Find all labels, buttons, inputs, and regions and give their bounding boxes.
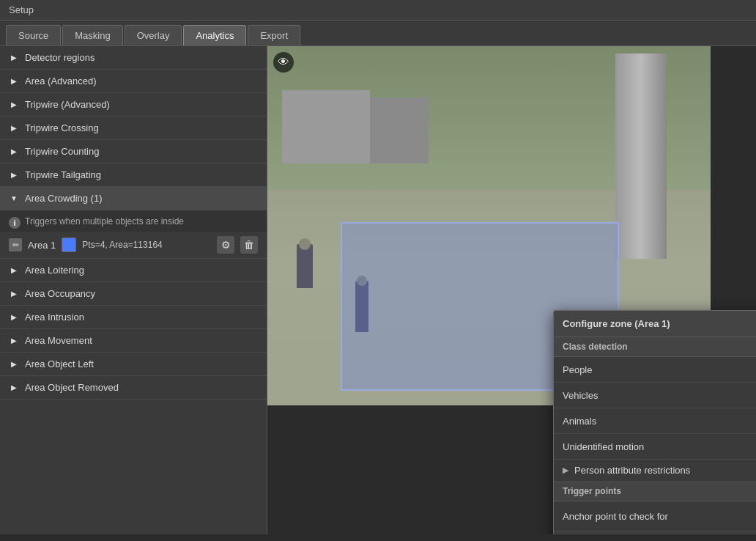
zone-row: ✏ Area 1 Pts=4, Area=113164 ⚙ 🗑 (0, 232, 267, 258)
menu-label-area-advanced: Area (Advanced) (25, 76, 97, 87)
menu-item-area-intrusion[interactable]: Area Intrusion (0, 306, 267, 329)
tab-analytics[interactable]: Analytics (183, 25, 246, 45)
class-detection-header: Class detection (554, 337, 756, 357)
detection-row-animals: Animals (554, 408, 756, 434)
expanded-description: i Triggers when multiple objects are ins… (0, 210, 267, 232)
menu-item-area-object-left[interactable]: Area Object Left (0, 353, 267, 376)
tab-export[interactable]: Export (248, 25, 300, 45)
menu-item-area-crowding[interactable]: Area Crowding (1) (0, 187, 267, 210)
arrow-icon-tripwire-tailgating (9, 170, 19, 180)
menu-label-area-occupancy: Area Occupancy (25, 288, 95, 299)
main-layout: Detector regions Area (Advanced) Tripwir… (0, 46, 756, 534)
arrow-icon-area-advanced (9, 76, 19, 87)
menu-item-tripwire-advanced[interactable]: Tripwire (Advanced) (0, 93, 267, 117)
menu-label-tripwire-counting: Tripwire Counting (25, 146, 99, 157)
zone-edit-icon[interactable]: ✏ (9, 238, 22, 251)
person-attr-row[interactable]: ▶ Person attribute restrictions (554, 460, 756, 482)
tab-overlay[interactable]: Overlay (125, 25, 182, 45)
info-icon: i (9, 217, 21, 229)
zone-color-box[interactable] (62, 238, 76, 252)
left-panel: Detector regions Area (Advanced) Tripwir… (0, 46, 267, 534)
window-title: Setup (9, 4, 34, 15)
crowding-header[interactable]: ▼ Crowding (554, 531, 756, 534)
arrow-icon-area-loitering (9, 265, 19, 276)
detection-label-people: People (563, 364, 592, 375)
detection-label-unidentified: Unidentified motion (563, 441, 644, 452)
detection-row-vehicles: Vehicles (554, 383, 756, 408)
menu-item-area-advanced[interactable]: Area (Advanced) (0, 70, 267, 93)
expanded-section-area-crowding: i Triggers when multiple objects are ins… (0, 210, 267, 259)
menu-item-area-occupancy[interactable]: Area Occupancy (0, 282, 267, 306)
zone-pts: Pts=4, Area=113164 (82, 240, 211, 250)
zone-trash-button[interactable]: 🗑 (240, 236, 258, 254)
trash-icon: 🗑 (244, 239, 254, 251)
person-attr-arrow-icon: ▶ (563, 465, 568, 475)
menu-label-area-movement: Area Movement (25, 335, 92, 346)
menu-label-area-crowding: Area Crowding (1) (25, 193, 103, 204)
arrow-icon-area-object-removed (9, 383, 19, 393)
menu-label-tripwire-crossing: Tripwire Crossing (25, 122, 99, 133)
zone-label: Area 1 (28, 240, 56, 251)
dialog-title: Configure zone (Area 1) (563, 318, 670, 329)
menu-item-area-movement[interactable]: Area Movement (0, 329, 267, 353)
tab-bar: Source Masking Overlay Analytics Export (0, 21, 756, 46)
right-panel: 👁 Configure zone (Area 1) ✕ Class detect… (267, 46, 756, 534)
gear-icon: ⚙ (221, 239, 231, 251)
arrow-icon-area-occupancy (9, 289, 19, 299)
detection-row-people: People (554, 357, 756, 383)
menu-label-area-loitering: Area Loitering (25, 265, 84, 276)
zone-gear-button[interactable]: ⚙ (217, 236, 234, 254)
arrow-icon-area-object-left (9, 359, 19, 369)
menu-item-area-object-removed[interactable]: Area Object Removed (0, 376, 267, 400)
arrow-icon-tripwire-counting (9, 147, 19, 157)
menu-item-tripwire-counting[interactable]: Tripwire Counting (0, 140, 267, 163)
anchor-row: Anchor point to check for Bottom Center … (554, 501, 756, 531)
arrow-icon-tripwire-advanced (9, 100, 19, 110)
menu-label-tripwire-advanced: Tripwire (Advanced) (25, 99, 110, 110)
eye-icon: 👁 (278, 56, 289, 69)
trigger-points-header: Trigger points (554, 482, 756, 501)
menu-item-tripwire-tailgating[interactable]: Tripwire Tailgating (0, 163, 267, 187)
menu-label-area-object-left: Area Object Left (25, 358, 94, 369)
arrow-icon-area-movement (9, 336, 19, 346)
arrow-icon-detector-regions (9, 53, 19, 63)
detection-label-vehicles: Vehicles (563, 390, 598, 401)
edit-icon: ✏ (12, 240, 19, 250)
menu-label-detector-regions: Detector regions (25, 52, 94, 63)
tab-masking[interactable]: Masking (62, 25, 122, 45)
person-attr-label: Person attribute restrictions (574, 465, 690, 476)
detection-label-animals: Animals (563, 416, 596, 427)
arrow-icon-tripwire-crossing (9, 123, 19, 133)
menu-item-detector-regions[interactable]: Detector regions (0, 46, 267, 70)
dialog-header: Configure zone (Area 1) ✕ (554, 311, 756, 337)
arrow-icon-area-crowding (9, 194, 19, 204)
detection-row-unidentified: Unidentified motion (554, 434, 756, 460)
tab-source[interactable]: Source (6, 25, 61, 45)
dialog-body: Class detection People Vehicles Animals … (554, 337, 756, 534)
menu-label-area-intrusion: Area Intrusion (25, 312, 84, 323)
description-text: Triggers when multiple objects are insid… (25, 216, 184, 227)
menu-item-tripwire-crossing[interactable]: Tripwire Crossing (0, 117, 267, 140)
menu-label-area-object-removed: Area Object Removed (25, 382, 119, 393)
eye-overlay-button[interactable]: 👁 (273, 52, 294, 73)
menu-label-tripwire-tailgating: Tripwire Tailgating (25, 169, 101, 180)
menu-item-area-loitering[interactable]: Area Loitering (0, 259, 267, 282)
arrow-icon-area-intrusion (9, 312, 19, 323)
anchor-label: Anchor point to check for (563, 511, 668, 522)
configure-zone-dialog: Configure zone (Area 1) ✕ Class detectio… (553, 310, 756, 534)
title-bar: Setup (0, 0, 756, 21)
